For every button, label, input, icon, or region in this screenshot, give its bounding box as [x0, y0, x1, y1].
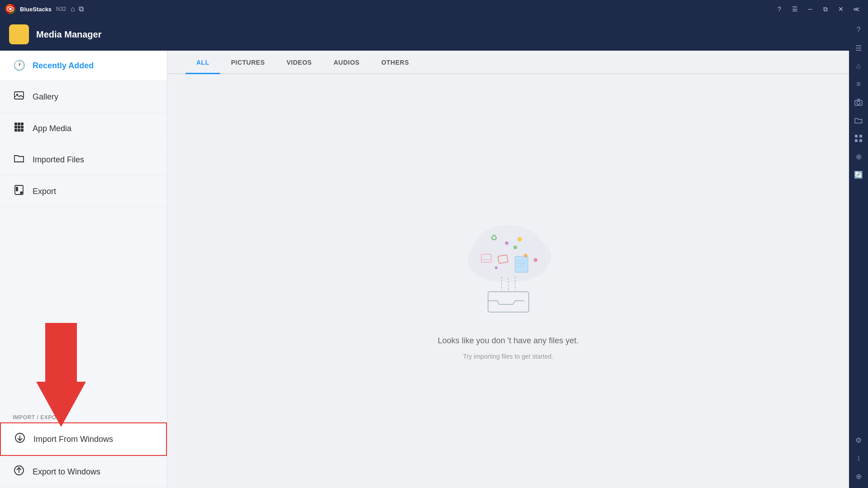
svg-rect-50	[859, 135, 862, 137]
sidebar-item-export-to-windows[interactable]: Export to Windows	[0, 456, 167, 488]
tab-audios[interactable]: AUDIOS	[323, 51, 370, 73]
svg-point-41	[534, 258, 537, 262]
empty-illustration: ♻ ★	[445, 202, 572, 329]
right-list-icon[interactable]: ≡	[850, 76, 867, 92]
right-home-icon[interactable]: ⌂	[850, 58, 867, 74]
home-nav-icon[interactable]: ⌂	[71, 5, 75, 13]
svg-point-33	[517, 237, 522, 242]
sidebar-label-recently-added: Recently Added	[33, 61, 94, 71]
right-refresh-icon[interactable]: 🔄	[850, 166, 867, 183]
tab-pictures[interactable]: PICTURES	[220, 51, 276, 73]
right-folder-icon[interactable]	[850, 112, 867, 128]
right-help-icon[interactable]: ?	[850, 22, 867, 38]
empty-state-title: Looks like you don 't have any files yet…	[438, 336, 579, 346]
svg-rect-9	[18, 123, 20, 125]
svg-rect-14	[14, 129, 17, 132]
bluestacks-logo-icon	[5, 4, 15, 14]
app-header-title: Media Manager	[36, 29, 101, 40]
tab-all[interactable]: ALL	[185, 51, 220, 73]
svg-rect-2	[14, 30, 19, 34]
import-highlight-wrapper: Import From Windows	[0, 422, 167, 456]
sidebar-label-app-media: App Media	[33, 124, 71, 133]
titlebar-left: BlueStacks N32 ⌂ ⧉	[5, 4, 84, 14]
svg-point-19	[20, 192, 22, 194]
close-button[interactable]: ✕	[835, 3, 847, 15]
main-panel: ALL PICTURES VIDEOS AUDIOS OTHERS	[167, 51, 849, 488]
titlebar: BlueStacks N32 ⌂ ⧉ ? ☰ ─ ⧉ ✕ ≪	[0, 0, 868, 18]
tab-videos[interactable]: VIDEOS	[276, 51, 323, 73]
tabs-bar: ALL PICTURES VIDEOS AUDIOS OTHERS	[167, 51, 849, 74]
sidebar-item-import-from-windows[interactable]: Import From Windows	[0, 422, 167, 456]
svg-point-48	[857, 101, 860, 104]
sidebar-item-recently-added[interactable]: 🕐 Recently Added	[0, 51, 167, 81]
import-export-section-label: Import / Export	[0, 409, 167, 422]
sidebar-label-export: Export	[33, 187, 56, 196]
titlebar-controls: ? ☰ ─ ⧉ ✕ ≪	[773, 3, 863, 15]
collapse-button[interactable]: ≪	[850, 3, 863, 15]
right-menu-icon[interactable]: ☰	[850, 40, 867, 56]
right-settings-icon[interactable]: ⚙	[850, 432, 867, 448]
sidebar-item-export[interactable]: Export	[0, 175, 167, 208]
svg-rect-12	[18, 126, 20, 128]
svg-rect-35	[515, 256, 528, 272]
svg-rect-3	[19, 30, 24, 34]
empty-state: ♻ ★	[167, 74, 849, 488]
maximize-button[interactable]: ⧉	[819, 3, 832, 15]
svg-rect-10	[21, 123, 24, 125]
sidebar-item-app-media[interactable]: App Media	[0, 113, 167, 144]
help-button[interactable]: ?	[773, 3, 786, 15]
svg-point-34	[513, 246, 517, 249]
svg-rect-8	[14, 123, 17, 125]
instance-label: N32	[56, 6, 66, 12]
titlebar-nav-icons: ⌂ ⧉	[71, 5, 84, 13]
svg-point-39	[524, 254, 527, 257]
svg-rect-6	[14, 92, 24, 99]
right-plus-icon[interactable]: ⊕	[850, 468, 867, 484]
grid-icon	[13, 122, 25, 135]
app-header-icon	[9, 24, 29, 44]
right-camera-icon[interactable]	[850, 94, 867, 110]
sidebar-item-gallery[interactable]: Gallery	[0, 81, 167, 113]
svg-text:★: ★	[504, 239, 510, 246]
svg-rect-51	[855, 139, 858, 142]
app-header: Media Manager	[0, 18, 849, 51]
tab-others[interactable]: OTHERS	[370, 51, 420, 73]
svg-rect-16	[21, 129, 24, 132]
folder-icon	[13, 153, 25, 166]
export-icon	[13, 465, 25, 479]
right-sidebar: ? ☰ ⌂ ≡ ⊕ 🔄 ⚙ ↕ ⊕	[849, 18, 868, 488]
svg-rect-49	[855, 135, 858, 137]
clock-icon: 🕐	[13, 60, 25, 71]
svg-rect-52	[859, 139, 862, 142]
right-add-icon[interactable]: ⊕	[850, 148, 867, 165]
svg-rect-15	[18, 129, 20, 132]
svg-rect-11	[14, 126, 17, 128]
gallery-icon	[13, 90, 25, 104]
empty-state-subtitle: Try importing files to get started.	[463, 353, 553, 360]
storage-icon	[13, 185, 25, 198]
sidebar-item-imported-files[interactable]: Imported Files	[0, 144, 167, 175]
sidebar-label-imported-files: Imported Files	[33, 155, 84, 165]
right-grid-icon[interactable]	[850, 130, 867, 147]
import-icon	[14, 432, 26, 446]
sidebar-spacer	[0, 208, 167, 409]
svg-rect-13	[21, 126, 24, 128]
svg-marker-1	[9, 8, 12, 10]
svg-point-28	[470, 248, 547, 283]
menu-button[interactable]: ☰	[788, 3, 801, 15]
svg-rect-18	[16, 187, 18, 191]
app-window: Media Manager 🕐 Recently Added	[0, 18, 849, 488]
svg-rect-4	[14, 35, 19, 39]
right-arrow-icon[interactable]: ↕	[850, 450, 867, 466]
multi-window-icon[interactable]: ⧉	[79, 5, 84, 13]
minimize-button[interactable]: ─	[804, 3, 816, 15]
svg-text:♻: ♻	[490, 233, 498, 242]
svg-point-42	[495, 266, 498, 269]
svg-rect-5	[19, 35, 24, 39]
sidebar-label-export-to-windows: Export to Windows	[33, 467, 100, 477]
app-title: BlueStacks	[20, 6, 52, 13]
main-container: Media Manager 🕐 Recently Added	[0, 18, 868, 488]
sidebar-label-import-from-windows: Import From Windows	[33, 435, 113, 444]
left-sidebar: 🕐 Recently Added Gallery	[0, 51, 167, 488]
content-area: 🕐 Recently Added Gallery	[0, 51, 849, 488]
